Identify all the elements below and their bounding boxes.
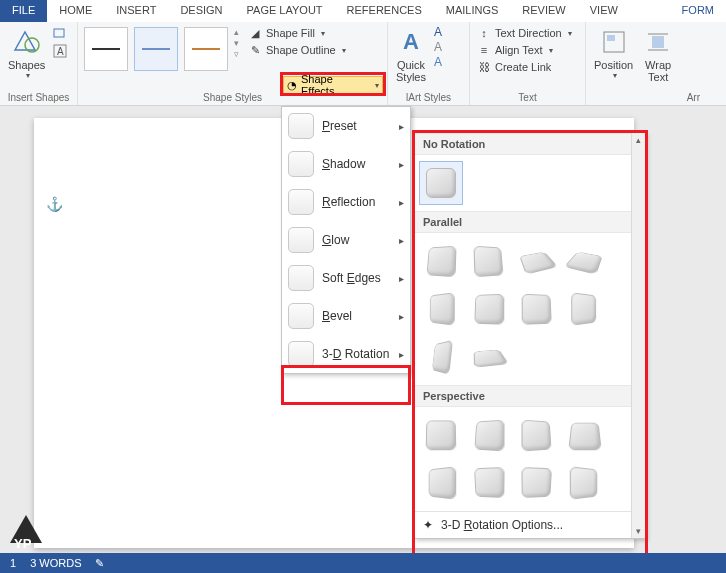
option-parallel-9[interactable] (419, 335, 463, 379)
menu-glow[interactable]: Glow▸ (282, 221, 410, 259)
create-link-button[interactable]: ⛓Create Link (474, 59, 575, 75)
pen-icon: ✎ (248, 43, 262, 57)
option-parallel-8[interactable] (563, 287, 607, 331)
tab-format[interactable]: FORM (670, 0, 726, 22)
option-parallel-7[interactable] (515, 287, 559, 331)
chevron-right-icon: ▸ (399, 121, 404, 132)
tab-references[interactable]: REFERENCES (335, 0, 434, 22)
chevron-down-icon: ▾ (375, 81, 379, 90)
menu-3d-rotation[interactable]: 3-D Rotation▸ (282, 335, 410, 373)
menu-bevel[interactable]: Bevel▸ (282, 297, 410, 335)
group-wordart-label: lArt Styles (392, 90, 465, 104)
text-direction-button[interactable]: ↕Text Direction▾ (474, 25, 575, 41)
group-text-label: Text (474, 90, 581, 104)
option-parallel-1[interactable] (419, 239, 463, 283)
section-parallel: Parallel (415, 211, 631, 233)
tab-page-layout[interactable]: PAGE LAYOUT (235, 0, 335, 22)
group-arrange-label: Arr (590, 90, 700, 104)
rotation-options-button[interactable]: ✦ 3-D Rotation Options... (415, 511, 631, 538)
position-button[interactable]: Position ▾ (590, 25, 637, 82)
wrap-text-icon (643, 27, 673, 57)
option-parallel-6[interactable] (467, 287, 511, 331)
option-perspective-1[interactable] (419, 413, 463, 457)
menu-preset[interactable]: Preset▸ (282, 107, 410, 145)
shapes-label: Shapes (8, 59, 45, 71)
scroll-up-icon[interactable]: ▴ (632, 133, 645, 147)
shape-outline-button[interactable]: ✎ Shape Outline ▾ (245, 42, 349, 58)
svg-rect-6 (607, 35, 615, 41)
wrap-label: Wrap (645, 59, 671, 71)
option-perspective-8[interactable] (563, 461, 607, 505)
shape-style-1[interactable] (84, 27, 128, 71)
tab-home[interactable]: HOME (47, 0, 104, 22)
yp-logo: YP (4, 511, 48, 551)
option-parallel-3[interactable] (515, 239, 559, 283)
align-text-icon: ≡ (477, 43, 491, 57)
bucket-icon: ◢ (248, 26, 262, 40)
option-perspective-4[interactable] (563, 413, 607, 457)
text-direction-icon: ↕ (477, 26, 491, 40)
shape-style-2[interactable] (134, 27, 178, 71)
option-parallel-5[interactable] (419, 287, 463, 331)
menu-shadow[interactable]: Shadow▸ (282, 145, 410, 183)
option-no-rotation[interactable] (419, 161, 463, 205)
svg-rect-7 (652, 36, 664, 48)
wrap-text-button[interactable]: Wrap Text (639, 25, 677, 85)
option-parallel-10[interactable] (467, 335, 511, 379)
tab-review[interactable]: REVIEW (510, 0, 577, 22)
effects-icon: ◔ (287, 79, 297, 92)
style-scroll-up-icon[interactable]: ▴ (234, 27, 239, 37)
link-icon: ⛓ (477, 60, 491, 74)
text-outline-icon[interactable]: A (434, 40, 442, 54)
status-words[interactable]: 3 WORDS (30, 557, 81, 569)
chevron-down-icon: ▾ (26, 71, 30, 80)
chevron-down-icon: ▾ (342, 46, 346, 55)
text-effects-icon[interactable]: A (434, 55, 442, 69)
rotation-gallery: No Rotation Parallel Perspective (414, 132, 646, 539)
text-box-icon[interactable]: A (53, 44, 67, 62)
quick-styles-button[interactable]: A Quick Styles (392, 25, 430, 85)
menu-reflection[interactable]: Reflection▸ (282, 183, 410, 221)
group-insert-shapes-label: Insert Shapes (4, 90, 73, 104)
position-icon (599, 27, 629, 57)
shape-style-3[interactable] (184, 27, 228, 71)
scroll-down-icon[interactable]: ▾ (632, 524, 645, 538)
shape-fill-button[interactable]: ◢ Shape Fill ▾ (245, 25, 349, 41)
tab-file[interactable]: FILE (0, 0, 47, 22)
chevron-down-icon: ▾ (321, 29, 325, 38)
position-label: Position (594, 59, 633, 71)
option-perspective-5[interactable] (419, 461, 463, 505)
quick-label: Quick (397, 59, 425, 71)
option-parallel-2[interactable] (467, 239, 511, 283)
wordart-a-icon: A (396, 27, 426, 57)
style-more-icon[interactable]: ▿ (234, 49, 239, 59)
shape-effects-menu: Preset▸ Shadow▸ Reflection▸ Glow▸ Soft E… (281, 106, 411, 374)
svg-text:YP: YP (14, 536, 32, 551)
align-text-button[interactable]: ≡Align Text▾ (474, 42, 575, 58)
shapes-icon (12, 27, 42, 57)
option-perspective-6[interactable] (467, 461, 511, 505)
tab-design[interactable]: DESIGN (168, 0, 234, 22)
status-bar: 1 3 WORDS ✎ (0, 553, 726, 573)
option-perspective-2[interactable] (467, 413, 511, 457)
svg-rect-2 (54, 29, 64, 37)
option-perspective-7[interactable] (515, 461, 559, 505)
edit-shape-icon[interactable] (53, 25, 67, 43)
tab-insert[interactable]: INSERT (104, 0, 168, 22)
text-fill-icon[interactable]: A (434, 25, 442, 39)
shape-effects-button[interactable]: ◔ Shape Effects ▾ (283, 76, 383, 94)
option-perspective-3[interactable] (515, 413, 559, 457)
tab-mailings[interactable]: MAILINGS (434, 0, 511, 22)
tab-view[interactable]: VIEW (578, 0, 630, 22)
gallery-scrollbar[interactable]: ▴ ▾ (631, 133, 645, 538)
style-scroll-down-icon[interactable]: ▾ (234, 38, 239, 48)
anchor-icon: ⚓ (46, 196, 63, 212)
status-proofing-icon[interactable]: ✎ (95, 557, 104, 570)
section-perspective: Perspective (415, 385, 631, 407)
menu-soft-edges[interactable]: Soft Edges▸ (282, 259, 410, 297)
shapes-gallery-button[interactable]: Shapes ▾ (4, 25, 49, 82)
section-no-rotation: No Rotation (415, 133, 631, 155)
option-parallel-4[interactable] (563, 239, 607, 283)
status-page[interactable]: 1 (10, 557, 16, 569)
rotate-3d-icon: ✦ (423, 518, 433, 532)
